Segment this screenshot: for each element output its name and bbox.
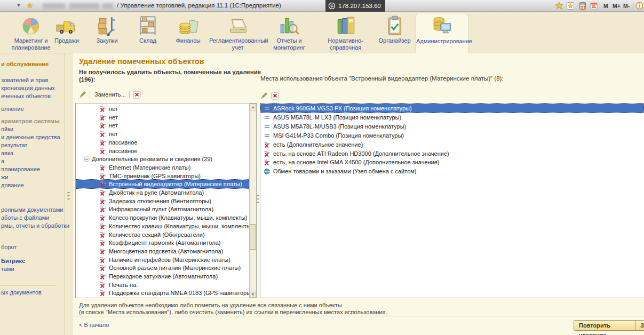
scroll-down-button[interactable]: ▼: [250, 291, 256, 298]
splitter-grip[interactable]: [257, 195, 259, 196]
ribbon-section-5[interactable]: Финансы: [168, 13, 209, 53]
del-mark-icon: [99, 189, 106, 196]
ribbon-section-8[interactable]: Нормативно-справочная информация: [312, 13, 379, 53]
tree-item-row[interactable]: Ethernet (Материнские платы): [76, 163, 256, 172]
usage-item-row[interactable]: ASUS M5A78L-M/USB3 (Позиция номенклатуры…: [261, 122, 643, 131]
tree-item-row[interactable]: Печать на:: [76, 281, 256, 289]
back-to-start-link[interactable]: < В начало: [79, 322, 109, 328]
edit-pencil-icon[interactable]: [260, 92, 268, 99]
tree-item-row[interactable]: ТМС-приемник (GPS навигаторы): [76, 172, 256, 180]
chevron-down-icon[interactable]: ▼: [16, 2, 21, 8]
tree-item-row[interactable]: Количество клавиш (Клавиатуры, мыши, ком…: [76, 222, 256, 230]
tree-item-row[interactable]: Встроенный видеоадаптер (Материнские пла…: [76, 180, 256, 188]
usage-item-row[interactable]: MSI G41M-P33 Combo (Позиция номенклатуры…: [261, 131, 643, 140]
tree-item-row[interactable]: Задержка отключения (Вентиляторы): [76, 197, 256, 205]
tree-item-row[interactable]: нет: [76, 121, 256, 130]
usage-item-row[interactable]: есть (Дополнительное значение): [261, 140, 643, 149]
delete-x-icon[interactable]: [271, 92, 279, 100]
sidebar-item[interactable]: дование: [1, 181, 24, 189]
ribbon-section-9[interactable]: Органайзер: [374, 13, 415, 53]
sidebar-item[interactable]: планирование: [1, 165, 40, 173]
tree-item-row[interactable]: Джойстик на руле (Автомагнитола): [76, 188, 256, 197]
nomenclature-icon: [264, 132, 271, 139]
sidebar-item[interactable]: ронными документами: [1, 206, 63, 213]
edit-pencil-icon[interactable]: [79, 91, 86, 98]
usage-item-row[interactable]: ASRock 960GM-VGS3 FX (Позиция номенклату…: [261, 104, 643, 113]
sidebar-item[interactable]: авка: [1, 149, 13, 157]
tree-item-row[interactable]: Поддержка стандарта NMEA 0183 (GPS навиг…: [76, 289, 256, 297]
tree-item-row[interactable]: нет: [76, 113, 256, 122]
ribbon-section-4[interactable]: Склад: [128, 13, 168, 53]
ribbon-section-2[interactable]: Продажи: [47, 13, 86, 53]
splitter-grip[interactable]: [67, 195, 70, 196]
del-mark-icon: [99, 114, 106, 121]
reference-folders-icon: [335, 14, 357, 37]
tree-item-row[interactable]: пассивное: [76, 147, 256, 155]
tree-item-row[interactable]: Колесо прокрутки (Клавиатуры, мыши, комп…: [76, 213, 256, 222]
sidebar-item[interactable]: борот: [1, 243, 17, 251]
tree-item-row[interactable]: Коэффициент гармоник (Автомагнитола): [76, 238, 256, 247]
tree-item-row[interactable]: Количество секций (Обогреватели): [76, 230, 256, 239]
splitter-grip[interactable]: [67, 198, 70, 200]
ribbon-section-6[interactable]: Регламентированный учет: [209, 13, 266, 53]
sidebar-item[interactable]: еченных объектов: [1, 92, 51, 100]
tree-item-row[interactable]: нет: [76, 105, 256, 113]
tree-item-row[interactable]: Инфракрасный пульт (Автомагнитола): [76, 205, 256, 213]
sidebar-item[interactable]: ых документов: [1, 289, 42, 296]
replace-button[interactable]: Заменить...: [94, 91, 126, 98]
retry-deletion-button[interactable]: Повторить удаление: [574, 320, 644, 331]
memory-m-minus-button[interactable]: M-: [623, 3, 630, 9]
sidebar-item[interactable]: результат: [1, 141, 27, 149]
footer-note-line1: Для удаления объектов необходимо либо по…: [79, 302, 387, 309]
add-favorite-star-icon[interactable]: [555, 2, 563, 10]
calculator-icon[interactable]: [578, 2, 587, 10]
scrollbar-thumb[interactable]: [250, 224, 256, 250]
sidebar-item[interactable]: и денежные средства: [1, 133, 60, 141]
tree-group-row[interactable]: Дополнительные реквизиты и сведения (29): [76, 155, 256, 163]
tree-item-row[interactable]: Наличие интерфейсов (Материнские платы): [76, 256, 256, 264]
main-panel: Удаление помеченных объектов Не получило…: [73, 53, 644, 335]
info-icon[interactable]: [635, 2, 644, 10]
sidebar-item[interactable]: ойки: [1, 125, 13, 133]
close-button-partial[interactable]: За: [635, 320, 644, 331]
sidebar-item[interactable]: олнение: [1, 105, 24, 113]
favorites-star-icon[interactable]: ★: [27, 1, 34, 10]
scroll-up-button[interactable]: ▲: [250, 103, 256, 110]
del-mark-icon: [99, 139, 106, 146]
tree-item-row[interactable]: нет: [76, 130, 256, 138]
tree-item-label: ТМС-приемник (GPS навигаторы): [109, 173, 201, 179]
sidebar-item[interactable]: жи: [1, 173, 9, 181]
splitter-grip[interactable]: [257, 198, 259, 200]
splitter-grip[interactable]: [257, 202, 259, 203]
sidebar-item[interactable]: хронизации данных: [1, 84, 55, 92]
ribbon-section-label: Склад: [128, 37, 168, 44]
tree-item-label: Задержка отключения (Вентиляторы): [109, 198, 211, 204]
sidebar-item[interactable]: а: [1, 157, 4, 165]
memory-m-button[interactable]: M: [603, 3, 608, 9]
favorites-list-icon[interactable]: [566, 2, 575, 10]
splitter-grip[interactable]: [67, 192, 70, 193]
usage-item-row[interactable]: есть, на основе ATI Radeon HD3000 (Допол…: [261, 149, 643, 158]
delete-x-icon[interactable]: [133, 91, 141, 99]
usage-item-row[interactable]: Обмен товарами и заказами (Узел обмена с…: [261, 167, 643, 176]
usage-item-row[interactable]: ASUS M5A78L-M LX3 (Позиция номенклатуры): [261, 113, 643, 122]
ribbon-section-10[interactable]: Администрирование: [416, 13, 468, 54]
usage-item-row[interactable]: есть, на основе Intel GMA X4500 (Дополни…: [261, 158, 643, 166]
tree-item-row[interactable]: Основной разъем питания (Материнские пла…: [76, 264, 256, 272]
memory-m-plus-button[interactable]: M+: [613, 3, 621, 9]
tree-item-row[interactable]: Многоцветная подсветка (Автомагнитола): [76, 247, 256, 256]
tree-item-row[interactable]: пассивное: [76, 138, 256, 147]
calendar-icon[interactable]: 31: [590, 2, 598, 10]
ribbon-section-7[interactable]: Отчеты и мониторинг: [267, 13, 312, 53]
sidebar-item[interactable]: тами: [1, 265, 14, 273]
del-mark-icon: [99, 273, 106, 280]
sidebar-section-header[interactable]: Битрикс: [1, 257, 25, 265]
usage-item-label: есть, на основе ATI Radeon HD3000 (Допол…: [273, 150, 449, 157]
ribbon-section-3[interactable]: Закупки: [87, 13, 127, 53]
sidebar-item[interactable]: рмы, отчеты и обработки: [1, 222, 69, 229]
del-mark-icon: [99, 106, 106, 113]
vertical-scrollbar[interactable]: ▲ ▼: [249, 103, 256, 298]
sidebar-item[interactable]: аботы с файлами: [1, 214, 49, 221]
sidebar-item[interactable]: зователей и прав: [1, 76, 48, 84]
tree-item-row[interactable]: Переходное затухание (Автомагнитола): [76, 272, 256, 281]
